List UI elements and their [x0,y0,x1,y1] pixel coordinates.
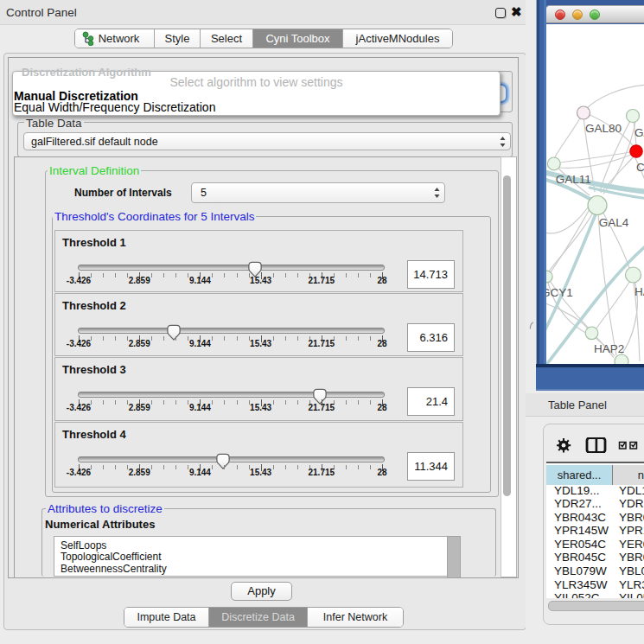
svg-text:GAL11: GAL11 [556,173,591,186]
svg-text:GCY1: GCY1 [546,286,573,299]
svg-text:GAL4: GAL4 [599,216,629,229]
svg-text:HAP2: HAP2 [594,342,624,355]
svg-text:HA: HA [634,285,644,298]
svg-text:C: C [636,161,644,174]
svg-text:GAL80: GAL80 [585,122,622,135]
svg-text:GA: GA [634,126,644,139]
